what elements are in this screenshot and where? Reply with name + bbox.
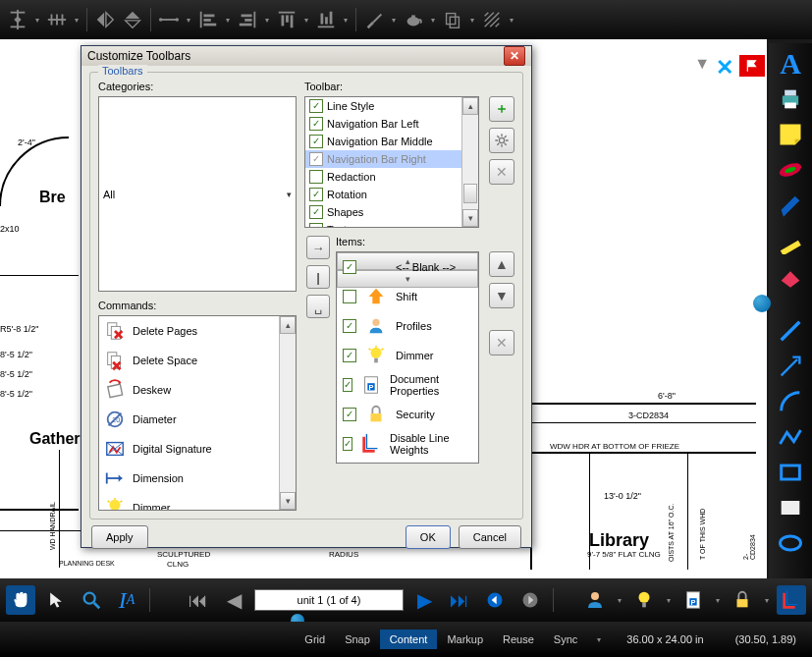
command-item[interactable]: Dimmer — [99, 493, 288, 511]
item-row[interactable]: ✓Disable Line Weights — [337, 429, 462, 459]
apply-button[interactable]: Apply — [91, 525, 148, 549]
toolbar-item[interactable]: ✓Navigation Bar Right — [305, 150, 470, 168]
commands-listbox[interactable]: Delete PagesDelete SpaceDeskew20Diameter… — [98, 315, 297, 511]
dropdown-arrow[interactable]: ▾ — [587, 635, 611, 644]
next-page-icon[interactable]: ▶ — [409, 585, 439, 615]
dropdown-arrow[interactable]: ▾ — [429, 16, 437, 25]
last-page-icon[interactable]: ⏭ — [445, 585, 474, 615]
arc-tool-icon[interactable] — [774, 385, 807, 418]
item-row[interactable]: ✓Dimmer — [337, 341, 462, 370]
status-reuse[interactable]: Reuse — [493, 630, 544, 649]
blank-button[interactable]: ␣ — [306, 295, 330, 318]
page-field[interactable]: unit 1 (1 of 4) — [254, 589, 404, 611]
remove-item-button[interactable]: ✕ — [489, 330, 514, 356]
dropdown-arrow[interactable]: ▾ — [185, 16, 192, 25]
scroll-up[interactable]: ▴ — [280, 316, 296, 334]
move-down-button[interactable]: ▼ — [489, 283, 514, 308]
checkbox[interactable]: ✓ — [343, 260, 356, 274]
sticky-note-icon[interactable] — [774, 118, 807, 151]
align-center-icon[interactable] — [6, 8, 29, 31]
prev-page-icon[interactable]: ◀ — [219, 585, 248, 615]
ok-button[interactable]: OK — [406, 525, 451, 549]
checkbox[interactable]: ✓ — [343, 290, 356, 303]
dropdown-arrow[interactable]: ▾ — [714, 596, 722, 605]
profiles-icon[interactable] — [580, 585, 610, 615]
line-icon[interactable] — [157, 8, 181, 31]
highlighter-icon[interactable] — [774, 224, 807, 257]
printer-icon[interactable] — [774, 82, 807, 116]
align-bottom-icon[interactable] — [314, 8, 338, 31]
line-tool-icon[interactable] — [774, 314, 807, 348]
next-view-icon[interactable] — [515, 585, 545, 615]
align-horizontal-icon[interactable] — [45, 8, 69, 31]
x-icon[interactable]: ✕ — [716, 55, 733, 81]
scroll-down[interactable]: ▾ — [280, 492, 296, 510]
dropdown-arrow[interactable]: ▾ — [390, 16, 398, 25]
toolbar-item[interactable]: ✓Navigation Bar Middle — [305, 133, 470, 150]
status-grid[interactable]: Grid — [295, 630, 335, 649]
checkbox[interactable]: ✓ — [309, 205, 323, 219]
item-row[interactable]: ✓Security — [337, 400, 462, 429]
dropdown-arrow[interactable]: ▾ — [33, 16, 41, 25]
chevron-down-icon[interactable]: ▼ — [694, 55, 710, 81]
command-item[interactable]: Deskew — [99, 375, 288, 405]
dropdown-arrow[interactable]: ▾ — [263, 16, 271, 25]
status-content[interactable]: Content — [380, 630, 438, 649]
status-snap[interactable]: Snap — [335, 630, 380, 649]
close-button[interactable]: ✕ — [504, 46, 525, 66]
flip-vertical-icon[interactable] — [121, 8, 144, 31]
item-row[interactable]: ✓Shift — [337, 282, 462, 311]
add-toolbar-button[interactable]: ＋ — [489, 96, 514, 122]
scroll-track[interactable] — [462, 115, 478, 209]
scroll-up[interactable]: ▴ — [462, 97, 478, 115]
checkbox[interactable]: ✓ — [309, 152, 323, 166]
rectangle-tool-icon[interactable] — [774, 456, 807, 489]
command-item[interactable]: Delete Pages — [99, 316, 288, 346]
dropdown-arrow[interactable]: ▾ — [224, 16, 232, 25]
items-listbox[interactable]: ✓<-- Blank -->✓Shift✓Profiles✓Dimmer✓PDo… — [336, 251, 479, 464]
checkbox[interactable]: ✓ — [309, 223, 323, 228]
separator-button[interactable]: | — [306, 265, 330, 289]
text-A-icon[interactable]: A — [774, 47, 807, 81]
scrollbar[interactable]: ▴ ▾ — [279, 316, 296, 510]
rectangle-fill-tool-icon[interactable] — [774, 491, 807, 524]
item-row[interactable]: ✓PDocument Properties — [337, 370, 462, 400]
flag-icon[interactable] — [739, 55, 765, 77]
pan-hand-icon[interactable] — [6, 585, 35, 615]
align-right-icon[interactable] — [236, 8, 259, 31]
scrollbar[interactable]: ▴ ▾ — [461, 97, 478, 227]
dropdown-arrow[interactable]: ▾ — [508, 16, 515, 25]
delete-toolbar-button[interactable]: ✕ — [489, 159, 514, 185]
align-left-icon[interactable] — [196, 8, 220, 31]
brush-icon[interactable] — [362, 8, 386, 31]
slider-knob[interactable] — [753, 295, 771, 312]
command-item[interactable]: Delete Space — [99, 346, 288, 375]
move-right-button[interactable]: → — [306, 236, 330, 259]
dropdown-arrow[interactable]: ▾ — [468, 16, 476, 25]
first-page-icon[interactable]: ⏮ — [184, 585, 213, 615]
toolbar-item[interactable]: ✓Line Style — [305, 97, 470, 115]
dropdown-arrow[interactable]: ▾ — [73, 16, 81, 25]
checkbox[interactable]: ✓ — [343, 349, 356, 362]
eraser-icon[interactable] — [774, 259, 807, 293]
checkbox[interactable]: ✓ — [343, 408, 356, 421]
item-row[interactable]: ✓Profiles — [337, 311, 462, 341]
text-select-icon[interactable]: IA — [112, 585, 141, 615]
categories-select[interactable]: All ▾ — [98, 96, 297, 292]
dropdown-arrow[interactable]: ▾ — [763, 596, 771, 605]
hatch-icon[interactable] — [480, 8, 504, 31]
pen-icon[interactable] — [774, 189, 807, 222]
status-sync[interactable]: Sync — [544, 630, 587, 649]
checkbox[interactable]: ✓ — [309, 99, 323, 113]
scroll-down[interactable]: ▾ — [462, 209, 478, 227]
arrow-cursor-icon[interactable] — [41, 585, 71, 615]
dropdown-arrow[interactable]: ▾ — [302, 16, 310, 25]
checkbox[interactable]: ✓ — [309, 135, 323, 148]
checkbox[interactable]: ✓ — [343, 319, 356, 333]
dropdown-arrow[interactable]: ▾ — [616, 596, 623, 605]
scroll-track[interactable] — [280, 334, 296, 492]
command-item[interactable]: 20Diameter — [99, 405, 288, 434]
checkbox[interactable]: ✓ — [309, 170, 323, 184]
polyline-tool-icon[interactable] — [774, 420, 807, 454]
dropdown-arrow[interactable]: ▾ — [342, 16, 350, 25]
